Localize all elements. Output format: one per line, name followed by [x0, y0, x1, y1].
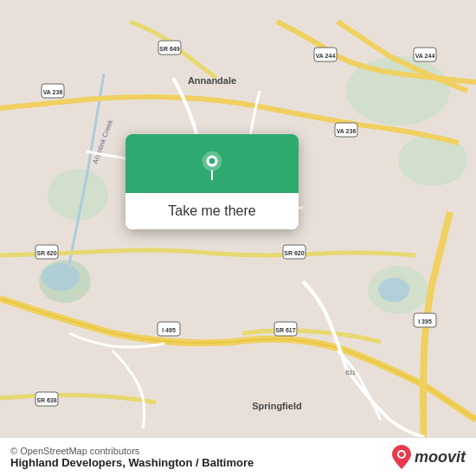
svg-point-37: [399, 452, 404, 457]
svg-text:VA 244: VA 244: [316, 53, 336, 59]
map-container[interactable]: Accotink Creek VA 236: [0, 0, 476, 476]
svg-text:631: 631: [345, 370, 356, 376]
svg-point-35: [209, 158, 215, 164]
svg-text:SR 649: SR 649: [159, 46, 179, 52]
bottom-left: © OpenStreetMap contributors Highland De…: [10, 446, 254, 469]
svg-text:VA 236: VA 236: [43, 89, 63, 95]
svg-text:Annandale: Annandale: [188, 75, 236, 86]
svg-text:VA 244: VA 244: [415, 53, 435, 59]
svg-point-6: [378, 278, 409, 302]
svg-point-5: [42, 263, 80, 291]
svg-text:SR 620: SR 620: [284, 250, 304, 256]
popup-card: Take me there: [125, 134, 299, 229]
take-me-there-button[interactable]: Take me there: [125, 193, 299, 229]
svg-text:SR 617: SR 617: [275, 327, 295, 333]
moovit-logo: moovit: [392, 445, 466, 469]
svg-text:SR 620: SR 620: [36, 250, 56, 256]
moovit-pin-icon: [392, 445, 411, 469]
location-pin-icon: [196, 150, 228, 181]
map-svg: Accotink Creek VA 236: [0, 0, 476, 476]
svg-point-2: [48, 169, 108, 221]
bottom-bar: © OpenStreetMap contributors Highland De…: [0, 437, 476, 476]
svg-text:Springfield: Springfield: [252, 401, 301, 411]
svg-text:I 395: I 395: [418, 318, 432, 325]
location-info: Highland Developers, Washington / Baltim…: [10, 456, 254, 469]
popup-header: [125, 134, 299, 193]
moovit-text: moovit: [415, 448, 466, 466]
svg-text:SR 638: SR 638: [36, 397, 56, 403]
location-region: Washington / Baltimore: [129, 456, 254, 469]
copyright-text: © OpenStreetMap contributors: [10, 446, 254, 456]
location-name: Highland Developers: [10, 456, 122, 469]
svg-text:I 495: I 495: [162, 327, 176, 333]
svg-text:VA 236: VA 236: [337, 128, 357, 134]
